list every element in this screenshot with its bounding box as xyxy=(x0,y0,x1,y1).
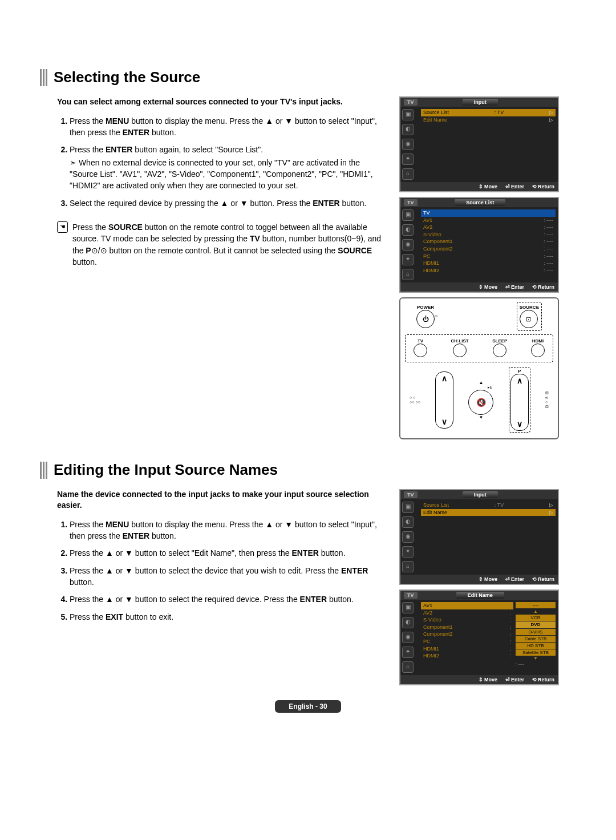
osd-row-label: Source List xyxy=(423,502,449,509)
remote-label: HDMI xyxy=(531,338,545,344)
osd-icon: ⌂ xyxy=(402,168,414,180)
step-text: Press the ENTER button again, to select … xyxy=(70,145,263,154)
osd-icon: ◐ xyxy=(402,224,414,236)
osd-device-option: D-VHS xyxy=(516,629,556,635)
osd-icon: ⌂ xyxy=(402,269,414,280)
power-button-icon: ⏻∞ xyxy=(416,310,435,328)
chevron-up-icon: ▲ xyxy=(516,609,556,614)
steps-list: Press the MENU button to display the men… xyxy=(57,519,388,623)
section-header: Selecting the Source xyxy=(40,68,576,86)
osd-hint-return: Return xyxy=(532,576,554,582)
step-text: Press the EXIT button to exit. xyxy=(70,612,173,621)
osd-hint-enter: Enter xyxy=(505,576,524,582)
section-bars-icon xyxy=(40,462,48,479)
osd-icon: ◐ xyxy=(402,124,414,135)
osd-source-row: HDMI1: ---- xyxy=(421,260,556,267)
osd-icon: ✦ xyxy=(402,154,414,165)
remote-control-diagram: POWER ⏻∞ SOURCE ⊡ TV CH LIST SLEEP HDMI xyxy=(399,297,559,439)
remote-hand-icon: ☚ xyxy=(57,221,68,233)
remote-label-p: P xyxy=(510,369,529,374)
osd-corner-label: TV xyxy=(404,592,418,599)
osd-hint-return: Return xyxy=(532,184,554,189)
section-title: Editing the Input Source Names xyxy=(54,461,278,479)
osd-icon: ▣ xyxy=(402,209,414,221)
chlist-button-icon xyxy=(453,344,467,357)
osd-source-row: AV2: ---- xyxy=(421,224,556,231)
osd-device-option: Satellite STB xyxy=(516,649,556,656)
osd-icon: ◐ xyxy=(402,617,414,628)
osd-input-menu: TV Input ▣ ◐ ◉ ✦ ⌂ Source List: TV▷ Edit… xyxy=(399,96,559,192)
osd-title: Edit Name xyxy=(456,592,504,599)
osd-row-label: Edit Name xyxy=(423,509,447,516)
osd-editname-row: PC: xyxy=(421,638,513,645)
osd-icon: ✦ xyxy=(402,546,414,558)
osd-source-row: Component1: ---- xyxy=(421,238,556,245)
remote-row: TV CH LIST SLEEP HDMI xyxy=(405,334,553,362)
sleep-button-icon xyxy=(493,344,506,357)
remote-label: TV xyxy=(414,338,427,344)
osd-corner-label: TV xyxy=(404,491,418,498)
osd-edit-name: TV Edit Name ▣ ◐ ◉ ✦ ⌂ AV1:AV2:S-Video:C… xyxy=(399,589,559,685)
remote-label: SLEEP xyxy=(492,338,507,344)
section-title: Selecting the Source xyxy=(54,68,200,86)
osd-editname-row: Component2: xyxy=(421,631,513,638)
osd-row-label: Source List xyxy=(423,109,449,116)
remote-dots: ⊞∞○⊡ xyxy=(545,391,549,409)
osd-option-value: : ---- xyxy=(516,661,556,667)
step-text: Press the MENU button to display the men… xyxy=(70,520,377,540)
osd-hint-return: Return xyxy=(532,284,554,290)
section-lead: You can select among external sources co… xyxy=(57,96,388,107)
remote-label: POWER xyxy=(416,305,435,310)
chevron-down-icon: ∨ xyxy=(517,421,522,427)
section-lead: Name the device connected to the input j… xyxy=(57,489,388,511)
hdmi-button-icon xyxy=(531,344,545,357)
mute-button-icon: 🔇 xyxy=(468,390,493,415)
section-bars-icon xyxy=(40,69,48,86)
program-rocker: ∧ ∨ xyxy=(510,374,529,431)
steps-list: Press the MENU button to display the men… xyxy=(57,115,388,209)
remote-note: ☚ Press the SOURCE button on the remote … xyxy=(57,221,388,268)
step-text: Press the ▲ or ▼ button to select the re… xyxy=(70,595,354,604)
osd-icon: ◉ xyxy=(402,632,414,643)
source-button-icon: ⊡ xyxy=(520,310,538,328)
page-footer: English - 30 xyxy=(0,700,616,713)
remote-label: SOURCE xyxy=(520,305,539,310)
tv-button-icon xyxy=(414,344,427,357)
osd-icon: ▣ xyxy=(402,602,414,613)
osd-editname-row: S-Video: xyxy=(421,616,513,624)
osd-editname-row: Component1: xyxy=(421,624,513,631)
step-text: Press the ▲ or ▼ button to select the de… xyxy=(70,566,368,587)
osd-editname-row: AV1: xyxy=(421,602,513,609)
osd-hint-move: Move xyxy=(479,677,497,682)
osd-editname-row: AV2: xyxy=(421,609,513,617)
osd-icon: ▣ xyxy=(402,502,414,513)
osd-device-option: VCR xyxy=(516,615,556,621)
osd-icon: ✦ xyxy=(402,647,414,658)
chevron-right-icon: ▷ xyxy=(549,502,553,509)
chevron-right-icon: ▷ xyxy=(549,509,553,516)
osd-option-value: ---- xyxy=(516,602,556,608)
remote-label-e: ▸E xyxy=(468,385,493,390)
osd-source-row: PC: ---- xyxy=(421,253,556,260)
osd-row-label: Edit Name xyxy=(423,116,447,124)
osd-icon: ⌂ xyxy=(402,661,414,673)
osd-hint-enter: Enter xyxy=(505,284,524,290)
chevron-down-icon: ▼ xyxy=(516,656,556,661)
osd-icon: ▣ xyxy=(402,109,414,120)
chevron-right-icon: ▷ xyxy=(549,116,553,124)
osd-hint-move: Move xyxy=(479,284,497,290)
osd-hint-enter: Enter xyxy=(505,677,524,682)
osd-icon: ◉ xyxy=(402,531,414,543)
osd-device-option: DVD xyxy=(516,621,556,628)
osd-device-option: HD STB xyxy=(516,643,556,649)
osd-source-list: TV Source List ▣ ◐ ◉ ✦ ⌂ TVAV1: ----AV2:… xyxy=(399,197,559,293)
osd-row-value: : TV xyxy=(495,109,504,116)
sub-note: When no external device is connected to … xyxy=(70,157,388,192)
osd-device-option: Cable STB xyxy=(516,636,556,642)
osd-icon: ◉ xyxy=(402,239,414,251)
footer-text: English - 30 xyxy=(275,700,341,713)
osd-source-row: S-Video: ---- xyxy=(421,231,556,239)
osd-editname-row: HDMI1: xyxy=(421,645,513,653)
step-text: Press the ▲ or ▼ button to select "Edit … xyxy=(70,548,346,558)
osd-title: Source List xyxy=(455,199,505,206)
